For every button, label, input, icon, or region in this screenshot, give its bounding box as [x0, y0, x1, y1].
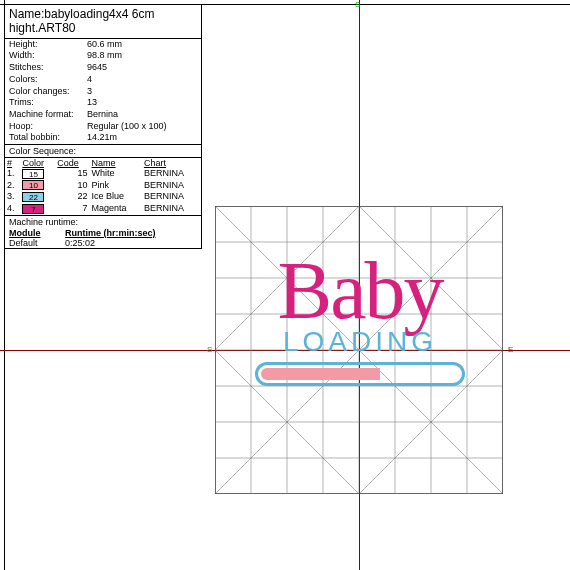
col-code: Code [55, 158, 89, 168]
runtime-table: Module Runtime (hr:min:sec) Default 0:25… [5, 228, 201, 248]
meta-colors: 4 [83, 74, 201, 86]
design-text-loading: LOADING [224, 326, 496, 358]
runtime-header: Machine runtime: [5, 215, 201, 228]
cr-swatch: 7 [20, 203, 55, 215]
col-chart: Chart [142, 158, 201, 168]
design-loading-fill [261, 368, 380, 380]
color-row: 4.77MagentaBERNINA [5, 203, 201, 215]
cr-name: Magenta [90, 203, 142, 215]
color-table: # Color Code Name Chart 1.1515WhiteBERNI… [5, 158, 201, 215]
cr-chart: BERNINA [142, 203, 201, 215]
meta-changes-lbl: Color changes: [5, 86, 83, 98]
cr-code: 22 [55, 191, 89, 203]
meta-bobbin: 14.21m [83, 132, 201, 144]
cr-n: 2. [5, 180, 20, 192]
embroidery-design: Baby LOADING [224, 252, 496, 386]
cr-swatch: 15 [20, 168, 55, 180]
meta-height: 60.6 mm [83, 39, 201, 51]
info-panel: Name:babyloading4x4 6cm hight.ART80 Heig… [4, 4, 202, 249]
rt-mod: Default [5, 238, 61, 248]
cr-swatch: 10 [20, 180, 55, 192]
meta-stitches-lbl: Stitches: [5, 62, 83, 74]
meta-hoop: Regular (100 x 100) [83, 121, 201, 133]
color-sequence-header: Color Sequence: [5, 144, 201, 158]
color-row: 1.1515WhiteBERNINA [5, 168, 201, 180]
color-row: 2.1010PinkBERNINA [5, 180, 201, 192]
col-n: # [5, 158, 20, 168]
cr-n: 4. [5, 203, 20, 215]
cr-chart: BERNINA [142, 168, 201, 180]
meta-width: 98.8 mm [83, 50, 201, 62]
mark-s-left: S [207, 345, 212, 354]
meta-format-lbl: Machine format: [5, 109, 83, 121]
cr-name: White [90, 168, 142, 180]
mark-e-right: E [508, 345, 513, 354]
meta-changes: 3 [83, 86, 201, 98]
cr-code: 7 [55, 203, 89, 215]
color-row: 3.2222Ice BlueBERNINA [5, 191, 201, 203]
meta-bobbin-lbl: Total bobbin: [5, 132, 83, 144]
meta-colors-lbl: Colors: [5, 74, 83, 86]
cr-code: 10 [55, 180, 89, 192]
meta-trims-lbl: Trims: [5, 97, 83, 109]
cr-chart: BERNINA [142, 191, 201, 203]
meta-stitches: 9645 [83, 62, 201, 74]
rt-mod-hdr: Module [5, 228, 61, 238]
cr-name: Pink [90, 180, 142, 192]
meta-height-lbl: Height: [5, 39, 83, 51]
col-name: Name [90, 158, 142, 168]
design-loading-bar [255, 362, 465, 386]
cr-code: 15 [55, 168, 89, 180]
cr-name: Ice Blue [90, 191, 142, 203]
meta-format: Bernina [83, 109, 201, 121]
cr-chart: BERNINA [142, 180, 201, 192]
rt-rt: 0:25:02 [61, 238, 201, 248]
design-text-baby: Baby [224, 252, 496, 330]
col-color: Color [20, 158, 55, 168]
cr-n: 3. [5, 191, 20, 203]
meta-hoop-lbl: Hoop: [5, 121, 83, 133]
meta-table: Height:60.6 mm Width:98.8 mm Stitches:96… [5, 39, 201, 144]
meta-width-lbl: Width: [5, 50, 83, 62]
rt-rt-hdr: Runtime (hr:min:sec) [61, 228, 201, 238]
mark-s-top: S [355, 0, 360, 9]
meta-trims: 13 [83, 97, 201, 109]
cr-n: 1. [5, 168, 20, 180]
design-name: Name:babyloading4x4 6cm hight.ART80 [5, 5, 201, 39]
cr-swatch: 22 [20, 191, 55, 203]
